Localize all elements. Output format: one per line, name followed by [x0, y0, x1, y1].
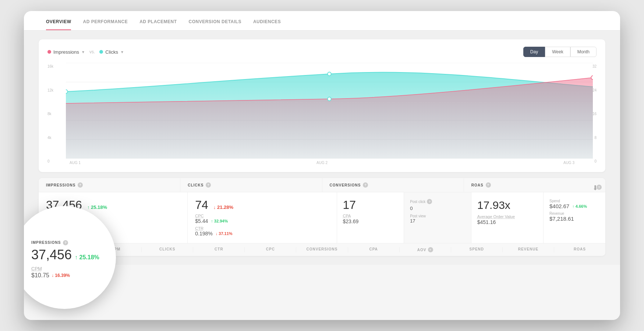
roas-header-label: ROAS [471, 183, 484, 187]
cpa-label[interactable]: CPA [343, 214, 398, 218]
y-right-24: 24 [592, 88, 597, 92]
conversions-main: 17 CPA $23.69 [337, 192, 404, 243]
bottom-conversions[interactable]: CONVERSIONS [296, 247, 348, 252]
cpc-value: $5.44 [195, 218, 208, 224]
month-button[interactable]: Month [570, 47, 597, 57]
clicks-header-label: CLICKS [188, 183, 204, 187]
bottom-ctr[interactable]: CTR [193, 247, 245, 252]
bottom-clicks[interactable]: CLICKS [142, 247, 193, 252]
impressions-col-header: IMPRESSIONS ? [39, 178, 180, 192]
metrics-body: 37,456 ↑ 25.18% CPM $10.75 ↓ 16.39% 74 ↓… [39, 192, 605, 243]
metrics-card: ⬇ IMPRESSIONS ? CLICKS ? CONVERSIONS ? R… [39, 178, 605, 256]
impressions-change: ↑ 25.18% [87, 204, 107, 210]
ctr-label[interactable]: CTR [195, 226, 329, 231]
zoom-change: ↑ 25.18% [75, 255, 99, 260]
impressions-header-label: IMPRESSIONS [46, 183, 75, 187]
conversions-header-label: CONVERSIONS [330, 183, 361, 187]
chart-svg [66, 63, 593, 159]
aov-value: $451.16 [477, 219, 496, 225]
aov-bottom-help[interactable]: ? [428, 247, 433, 252]
clicks-dropdown-icon[interactable]: ▼ [120, 50, 124, 54]
aov-label[interactable]: Average Order Value [477, 214, 537, 219]
bottom-cpa[interactable]: CPA [348, 247, 400, 252]
cpc-label[interactable]: CPC [195, 214, 329, 218]
bottom-cpc[interactable]: CPC [245, 247, 296, 252]
main-content: Impressions ▼ vs. Clicks ▼ Day Week Mont… [24, 31, 620, 265]
ctr-value: 0.198% [195, 231, 212, 236]
clicks-help-icon[interactable]: ? [206, 182, 211, 188]
tab-ad-performance[interactable]: AD PERFORMANCE [83, 19, 128, 30]
conversions-detail: Post click ? 0 Post view 17 [404, 192, 471, 243]
impressions-point-mid [328, 72, 331, 76]
y-left-4k: 4k [47, 136, 53, 140]
vs-label: vs. [89, 49, 95, 54]
bottom-aov[interactable]: AOV ? [400, 247, 451, 252]
zoom-section-label: IMPRESSIONS ? [31, 240, 105, 245]
revenue-value: $7,218.61 [549, 216, 574, 222]
ctr-change: ↓ 37.11% [216, 231, 233, 236]
time-buttons: Day Week Month [523, 47, 597, 57]
post-click-label: Post click [410, 200, 425, 204]
bottom-roas[interactable]: ROAS [554, 247, 605, 252]
conversions-col: 17 CPA $23.69 Post click ? 0 Po [337, 192, 471, 243]
zoom-cpm-value: $10.75 ↓ 16.39% [31, 272, 105, 279]
zoom-help-icon[interactable]: ? [63, 240, 68, 245]
chart-wrapper: 16k 12k 8k 4k 0 32 24 16 8 0 [47, 63, 597, 165]
clicks-point-mid [328, 97, 331, 101]
clicks-dot [99, 50, 103, 54]
x-label-aug3: AUG 3 [563, 161, 574, 165]
impressions-legend-label: Impressions [53, 49, 79, 55]
y-right-labels: 32 24 16 8 0 [592, 63, 597, 165]
zoom-main-value: 37,456 ↑ 25.18% [31, 248, 105, 261]
y-right-8: 8 [592, 136, 597, 140]
spend-label: Spend [549, 199, 599, 203]
zoom-cpm-label[interactable]: CPM [31, 266, 105, 271]
zoom-cpm-change: ↓ 16.39% [52, 273, 70, 278]
roas-detail-help-icon[interactable]: ? [597, 185, 602, 190]
legend-clicks[interactable]: Clicks ▼ [99, 49, 124, 55]
clicks-col: 74 ↓ 21.28% CPC $5.44 ↑ 32.94% CTR [188, 192, 337, 243]
app-container: OVERVIEW AD PERFORMANCE AD PLACEMENT CON… [24, 11, 620, 320]
post-view-label: Post view [410, 214, 465, 218]
cpc-section: CPC $5.44 ↑ 32.94% [195, 214, 329, 224]
conversions-value: 17 [343, 198, 356, 211]
cpc-change: ↑ 32.94% [211, 219, 228, 223]
conversions-help-icon[interactable]: ? [363, 182, 368, 188]
spend-revenue: Spend $402.67 ↑ 4.66% Revenue $7,218.61 … [544, 192, 605, 243]
revenue-label: Revenue [549, 211, 599, 216]
tab-overview[interactable]: OVERVIEW [46, 19, 71, 30]
chart-header: Impressions ▼ vs. Clicks ▼ Day Week Mont… [47, 47, 597, 57]
y-left-16k: 16k [47, 64, 53, 68]
roas-help-icon[interactable]: ? [486, 182, 491, 188]
spend-change: ↑ 4.66% [572, 204, 587, 209]
week-button[interactable]: Week [545, 47, 570, 57]
y-left-0: 0 [47, 159, 53, 163]
tab-audiences[interactable]: AUDIENCES [253, 19, 281, 30]
clicks-col-header: CLICKS ? [180, 178, 322, 192]
clicks-legend-label: Clicks [105, 49, 118, 55]
x-label-aug1: AUG 1 [70, 161, 81, 165]
tab-conversion-details[interactable]: CONVERSION DETAILS [188, 19, 241, 30]
bottom-spend[interactable]: SPEND [451, 247, 503, 252]
y-right-16: 16 [592, 112, 597, 116]
impressions-point-start [66, 90, 68, 93]
chart-card: Impressions ▼ vs. Clicks ▼ Day Week Mont… [39, 39, 605, 172]
post-view-value: 17 [410, 218, 465, 224]
clicks-change: ↓ 21.28% [213, 204, 233, 210]
roas-main: 17.93x Average Order Value $451.16 [471, 192, 544, 243]
bottom-revenue[interactable]: REVENUE [503, 247, 554, 252]
bottom-metrics-bar: IMPRESSIONS CPM CLICKS CTR CPC CONVERSIO… [39, 243, 605, 256]
day-button[interactable]: Day [523, 47, 545, 57]
y-left-labels: 16k 12k 8k 4k 0 [47, 63, 53, 165]
roas-col: 17.93x Average Order Value $451.16 Spend… [471, 192, 605, 243]
chart-legend: Impressions ▼ vs. Clicks ▼ [47, 49, 124, 55]
x-axis-labels: AUG 1 AUG 2 AUG 3 [59, 159, 585, 165]
impressions-help-icon[interactable]: ? [78, 182, 83, 188]
cpa-value: $23.69 [343, 218, 359, 224]
impressions-dropdown-icon[interactable]: ▼ [81, 50, 85, 54]
tab-ad-placement[interactable]: AD PLACEMENT [139, 19, 177, 30]
ctr-section: CTR 0.198% ↓ 37.11% [195, 226, 329, 236]
legend-impressions[interactable]: Impressions ▼ [47, 49, 85, 55]
y-right-32: 32 [592, 64, 597, 68]
post-click-help-icon[interactable]: ? [427, 199, 432, 204]
